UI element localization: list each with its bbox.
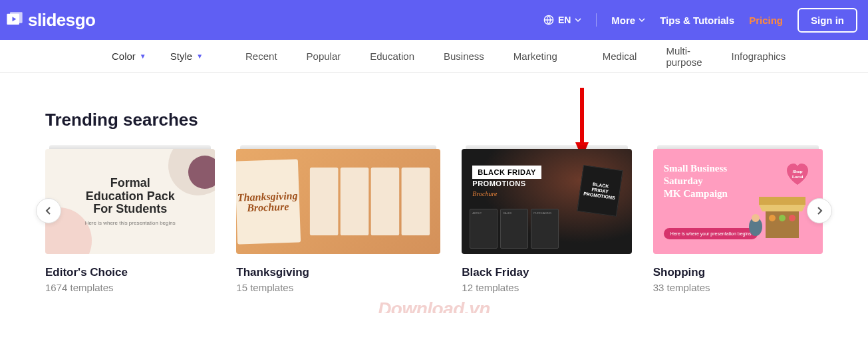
card-thumbnail: Thanksgiving Brochure xyxy=(236,149,440,254)
logo-text: slidesgo xyxy=(28,10,95,31)
thumb-subtitle: Here is where this presentation begins xyxy=(85,220,176,226)
category-medical[interactable]: Medical xyxy=(588,51,652,62)
card-subtitle: 15 templates xyxy=(236,282,440,293)
cards-row: FormalEducation PackFor Students Here is… xyxy=(45,149,823,293)
category-business[interactable]: Business xyxy=(429,51,499,62)
category-popular[interactable]: Popular xyxy=(292,51,356,62)
main-header: slidesgo EN More Tips & Tutorials Pricin… xyxy=(0,0,868,40)
svg-point-14 xyxy=(752,214,760,222)
card-subtitle: 1674 templates xyxy=(45,282,215,293)
carousel-next-button[interactable] xyxy=(807,198,832,223)
card-thumbnail: Small BusinessSaturdayMK Campaign ShopLo… xyxy=(653,149,823,254)
svg-point-12 xyxy=(789,215,796,221)
card-shopping[interactable]: Small BusinessSaturdayMK Campaign ShopLo… xyxy=(653,149,823,293)
category-nav: Color▼ Style▼ Recent Popular Education B… xyxy=(0,40,868,73)
svg-rect-1 xyxy=(10,12,23,23)
card-subtitle: 33 templates xyxy=(653,282,823,293)
card-thanksgiving[interactable]: Thanksgiving Brochure Thanksgiving 15 te… xyxy=(236,149,440,293)
logo[interactable]: slidesgo xyxy=(5,10,95,31)
caret-down-icon: ▼ xyxy=(196,53,203,60)
language-selector[interactable]: EN xyxy=(543,15,581,25)
content-area: Trending searches FormalEducation PackFo… xyxy=(0,73,868,313)
lang-code: EN xyxy=(558,15,571,25)
card-title: Black Friday xyxy=(462,266,631,279)
style-filter[interactable]: Style▼ xyxy=(158,51,215,62)
chevron-right-icon xyxy=(815,206,824,215)
card-black-friday[interactable]: BLACK FRIDAY PROMOTIONS Brochure BLACK F… xyxy=(462,149,631,293)
tips-link[interactable]: Tips & Tutorials xyxy=(660,15,734,26)
chevron-down-icon xyxy=(639,17,645,23)
svg-text:Shop: Shop xyxy=(792,169,802,174)
more-menu[interactable]: More xyxy=(611,15,645,26)
signin-button[interactable]: Sign in xyxy=(797,8,857,33)
globe-icon xyxy=(543,15,554,25)
card-thumbnail: FormalEducation PackFor Students Here is… xyxy=(45,149,215,254)
svg-text:Local: Local xyxy=(792,174,803,179)
divider xyxy=(596,13,597,27)
card-editors-choice[interactable]: FormalEducation PackFor Students Here is… xyxy=(45,149,215,293)
svg-point-11 xyxy=(779,215,786,221)
thumb-title: FormalEducation PackFor Students xyxy=(86,177,175,216)
chevron-left-icon xyxy=(44,206,53,215)
section-title: Trending searches xyxy=(45,110,823,130)
svg-point-10 xyxy=(769,215,776,221)
category-multipurpose[interactable]: Multi-purpose xyxy=(651,45,716,68)
svg-rect-8 xyxy=(759,197,805,205)
watermark: Download.vn xyxy=(378,298,490,313)
logo-icon xyxy=(5,11,24,29)
cards-carousel: FormalEducation PackFor Students Here is… xyxy=(45,149,823,293)
card-title: Shopping xyxy=(653,266,823,279)
category-recent[interactable]: Recent xyxy=(231,51,292,62)
carousel-prev-button[interactable] xyxy=(36,198,61,223)
chevron-down-icon xyxy=(575,17,581,23)
header-nav: EN More Tips & Tutorials Pricing Sign in xyxy=(543,8,857,33)
category-education[interactable]: Education xyxy=(355,51,429,62)
card-thumbnail: BLACK FRIDAY PROMOTIONS Brochure BLACK F… xyxy=(462,149,631,254)
card-title: Editor's Choice xyxy=(45,266,215,279)
card-subtitle: 12 templates xyxy=(462,282,631,293)
card-title: Thanksgiving xyxy=(236,266,440,279)
color-filter[interactable]: Color▼ xyxy=(100,51,158,62)
category-marketing[interactable]: Marketing xyxy=(499,51,572,62)
market-stand-icon xyxy=(746,190,812,249)
heart-badge-icon: ShopLocal xyxy=(783,158,812,187)
category-infographics[interactable]: Infographics xyxy=(717,51,801,62)
pricing-link[interactable]: Pricing xyxy=(749,15,783,26)
caret-down-icon: ▼ xyxy=(140,53,146,60)
